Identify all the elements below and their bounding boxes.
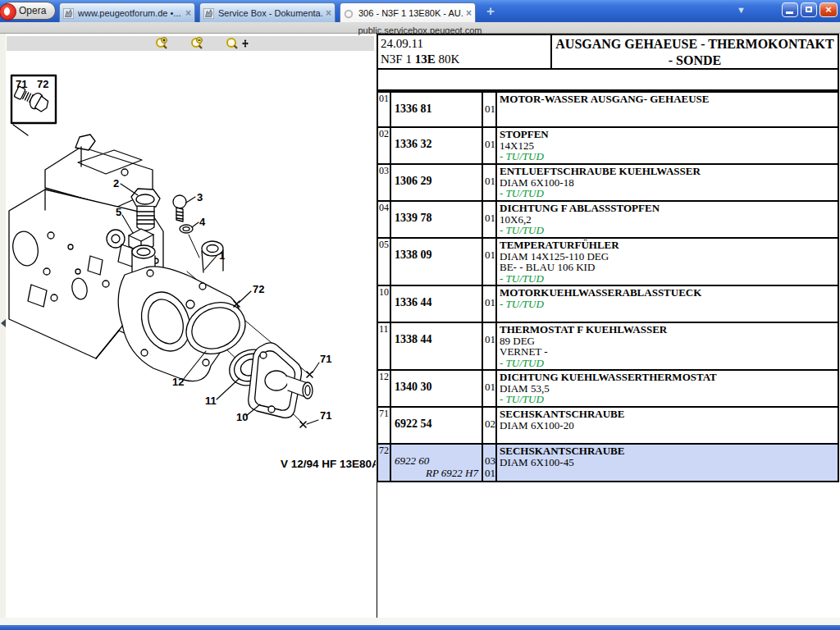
row-qty: 02 bbox=[483, 408, 497, 443]
tab-close-icon[interactable]: × bbox=[466, 7, 472, 19]
callout-label: 71 bbox=[320, 353, 331, 365]
row-description: ENTLUEFTSCHRAUBE KUEHLWASSERDIAM 6X100-1… bbox=[497, 165, 838, 200]
row-qty: 01 bbox=[483, 239, 497, 285]
row-description: STOPFEN14X125- TU/TUD bbox=[497, 128, 838, 163]
opera-logo-icon bbox=[0, 3, 16, 21]
window-titlebar: Opera www.peugeotforum.de •...×Service B… bbox=[0, 0, 840, 22]
row-description: TEMPERATURFÜHLERDIAM 14X125-110 DEGBE- -… bbox=[497, 239, 838, 285]
restore-button[interactable] bbox=[801, 2, 817, 17]
legend-label-71: 71 bbox=[16, 78, 27, 90]
loading-spinner-icon bbox=[344, 7, 355, 19]
row-part-number: 6922 60RP 6922 H7 bbox=[391, 445, 483, 481]
table-row[interactable]: 111338 4401THERMOSTAT F KUEHLWASSER89 DE… bbox=[378, 323, 838, 371]
minimize-button[interactable] bbox=[782, 2, 798, 17]
parts-table-header: 24.09.11 N3F 1 13E 80K AUSGANG GEHAEUSE … bbox=[377, 34, 839, 70]
table-row[interactable]: 041339 7801DICHTUNG F ABLASSSTOPFEN10X6,… bbox=[378, 202, 838, 239]
row-qty: 01 bbox=[483, 128, 497, 163]
tab-title: Service Box - Dokumenta... bbox=[218, 8, 323, 18]
callout-label: 5 bbox=[116, 206, 121, 218]
tab-close-icon[interactable]: × bbox=[185, 7, 191, 19]
callout-label: 71 bbox=[320, 409, 331, 422]
table-row[interactable]: 101336 4401MOTORKUEHLWASSERABLASSTUECK- … bbox=[378, 286, 838, 323]
browser-tab[interactable]: www.peugeotforum.de •...× bbox=[59, 2, 195, 22]
callout-label: 4 bbox=[199, 216, 206, 228]
address-bar[interactable]: public.servicebox.peugeot.com bbox=[0, 22, 840, 34]
row-qty: 01 bbox=[483, 202, 497, 237]
row-ref: 12 bbox=[378, 371, 391, 406]
tab-list-chevron-icon[interactable]: ▼ bbox=[737, 5, 746, 15]
browser-tab[interactable]: Service Box - Dokumenta...× bbox=[199, 2, 336, 22]
row-description: DICHTUNG KUEHLWASSERTHERMOSTATDIAM 53,5-… bbox=[497, 371, 838, 406]
row-part-number: 1336 81 bbox=[391, 93, 483, 126]
page-title: AUSGANG GEHAEUSE - THERMOKONTAKT - SONDE bbox=[552, 35, 838, 69]
header-gap-row bbox=[377, 70, 839, 89]
parts-diagram: 71 72 2 3 4 5 1 72 71 71 12 11 10 V 12/9… bbox=[0, 34, 376, 481]
window-bottom-border bbox=[0, 625, 840, 630]
browser-tab[interactable]: 306 - N3F 1 13E80K - AU...× bbox=[340, 2, 476, 22]
callout-label: 3 bbox=[197, 191, 203, 203]
row-ref: 03 bbox=[378, 165, 391, 200]
row-ref: 11 bbox=[378, 323, 391, 369]
callout-label: 72 bbox=[253, 283, 264, 295]
row-ref: 72 bbox=[378, 445, 391, 481]
table-row[interactable]: 021336 3201STOPFEN14X125- TU/TUD bbox=[378, 128, 838, 165]
row-qty: 01 bbox=[483, 286, 497, 322]
opera-menu-label: Opera bbox=[19, 5, 46, 16]
close-icon: × bbox=[820, 3, 837, 16]
row-part-number: 1336 32 bbox=[391, 128, 483, 163]
callout-label: 2 bbox=[113, 177, 119, 189]
tab-title: 306 - N3F 1 13E80K - AU... bbox=[358, 8, 463, 18]
tab-close-icon[interactable]: × bbox=[326, 7, 331, 19]
row-description: MOTORKUEHLWASSERABLASSTUECK- TU/TUD bbox=[497, 286, 838, 322]
peugeot-lion-icon bbox=[63, 7, 75, 19]
tab-strip: www.peugeotforum.de •...×Service Box - D… bbox=[59, 2, 480, 22]
header-date: 24.09.11 bbox=[381, 36, 548, 52]
table-row[interactable]: 051338 0901TEMPERATURFÜHLERDIAM 14X125-1… bbox=[378, 239, 838, 286]
parts-table-body: 011336 8101MOTOR-WASSER AUSGANG- GEHAEUS… bbox=[377, 93, 839, 482]
callout-label: 11 bbox=[205, 395, 217, 407]
row-part-number: 1340 30 bbox=[391, 371, 483, 406]
parts-table: 24.09.11 N3F 1 13E 80K AUSGANG GEHAEUSE … bbox=[377, 34, 839, 482]
restore-icon bbox=[806, 7, 812, 12]
row-ref: 01 bbox=[378, 93, 391, 126]
minimize-icon bbox=[786, 11, 793, 14]
row-part-number: 1338 44 bbox=[391, 323, 483, 369]
table-row[interactable]: 011336 8101MOTOR-WASSER AUSGANG- GEHAEUS… bbox=[378, 93, 838, 128]
tab-title: www.peugeotforum.de •... bbox=[78, 8, 183, 18]
row-part-number: 1338 09 bbox=[391, 239, 483, 285]
close-button[interactable]: × bbox=[819, 2, 838, 17]
row-ref: 10 bbox=[378, 286, 391, 322]
row-part-number: 1306 29 bbox=[391, 165, 483, 200]
row-ref: 04 bbox=[378, 202, 391, 237]
bottom-strip bbox=[0, 618, 840, 625]
row-qty: 01 bbox=[483, 371, 497, 406]
new-tab-button[interactable]: + bbox=[482, 4, 499, 20]
row-ref: 71 bbox=[378, 408, 391, 443]
header-vehicle-cell: 24.09.11 N3F 1 13E 80K bbox=[378, 35, 552, 69]
row-qty: 01 bbox=[483, 323, 497, 369]
row-part-number: 1339 78 bbox=[391, 202, 483, 237]
header-vehicle-code: N3F 1 13E 80K bbox=[381, 52, 548, 67]
diagram-footer-code: V 12/94 HF 13E80A bbox=[281, 458, 376, 470]
table-row[interactable]: 121340 3001DICHTUNG KUEHLWASSERTHERMOSTA… bbox=[378, 371, 838, 408]
row-description: THERMOSTAT F KUEHLWASSER89 DEGVERNET -- … bbox=[497, 323, 838, 369]
row-part-replacement: RP 6922 H7 bbox=[395, 467, 480, 479]
callout-label: 10 bbox=[236, 411, 248, 423]
callout-label: 1 bbox=[219, 249, 225, 262]
row-description: DICHTUNG F ABLASSSTOPFEN10X6,2- TU/TUD bbox=[497, 202, 838, 237]
legend-label-72: 72 bbox=[37, 78, 48, 90]
row-part-number: 1336 44 bbox=[391, 286, 483, 322]
table-row[interactable]: 031306 2901ENTLUEFTSCHRAUBE KUEHLWASSERD… bbox=[378, 165, 838, 202]
row-qty: 01 bbox=[483, 93, 497, 126]
row-qty: 01 bbox=[483, 165, 497, 200]
row-ref: 02 bbox=[378, 128, 391, 163]
row-qty: 0301 bbox=[483, 445, 497, 481]
row-description: SECHSKANTSCHRAUBEDIAM 6X100-20 bbox=[497, 408, 838, 443]
opera-menu-button[interactable]: Opera bbox=[2, 2, 56, 20]
callout-label: 12 bbox=[172, 376, 184, 388]
row-part-number: 6922 54 bbox=[391, 408, 483, 443]
table-row[interactable]: 726922 60RP 6922 H70301SECHSKANTSCHRAUBE… bbox=[378, 445, 838, 482]
table-row[interactable]: 716922 5402SECHSKANTSCHRAUBEDIAM 6X100-2… bbox=[378, 408, 838, 445]
row-description: SECHSKANTSCHRAUBEDIAM 6X100-45 bbox=[497, 445, 838, 481]
row-ref: 05 bbox=[378, 239, 391, 285]
